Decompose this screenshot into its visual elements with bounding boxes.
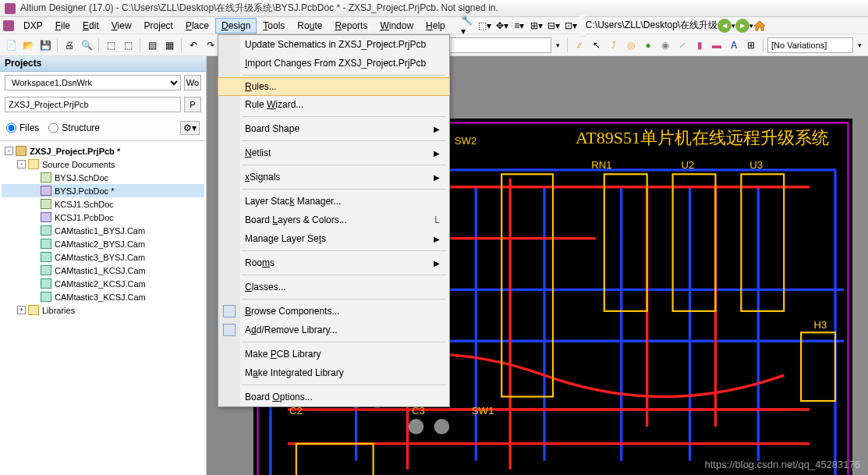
move-icon[interactable]: ✥▾ [495,19,509,33]
tree-item-label: Source Documents [42,160,115,169]
menu-item[interactable]: Make Integrated Library [218,363,449,382]
radio-files[interactable]: Files [6,120,39,136]
grid2-icon[interactable]: ⊟▾ [547,19,561,33]
tree-item[interactable]: BYSJ.PcbDoc * [2,184,204,197]
menu-file[interactable]: File [49,18,76,34]
menu-help[interactable]: Help [420,18,452,34]
menu-item-label: Browse Components... [245,306,339,317]
menu-window[interactable]: Window [374,18,420,34]
align-icon[interactable]: ≡▾ [512,19,526,33]
pad-icon[interactable]: ● [640,37,656,53]
undo-icon[interactable]: ↶ [186,37,201,53]
menu-design[interactable]: Design [215,18,257,34]
tree-item[interactable]: -ZXSJ_Project.PrjPcb * [2,144,204,158]
settings-icon[interactable]: ⚙▾ [180,121,200,135]
menu-item[interactable]: Import Changes From ZXSJ_Project.PrjPcb [218,54,449,73]
menu-shortcut: L [434,214,440,225]
preview-icon[interactable]: 🔍 [79,37,94,53]
menu-project[interactable]: Project [138,18,179,34]
menu-dxp[interactable]: DXP [17,18,49,34]
workspace-select[interactable]: Workspace1.DsnWrk [5,75,181,90]
grid3-icon[interactable]: ⊡▾ [564,19,578,33]
tree-item[interactable]: BYSJ.SchDoc [2,171,204,184]
select-icon[interactable]: ⬚▾ [478,19,492,33]
via-icon[interactable]: ◉ [657,37,673,53]
home-icon[interactable] [753,20,766,31]
tree-item-label: CAMtastic1_BYSJ.Cam [55,226,145,236]
menu-item[interactable]: Board Layers & Colors...L [218,211,449,229]
menu-item[interactable]: Browse Components... [218,302,449,321]
menu-item[interactable]: Update Schematics in ZXSJ_Project.PrjPcb [218,35,449,54]
tree-expand-icon[interactable]: + [17,306,26,314]
tree-expand-icon [30,186,38,195]
filter-icon[interactable]: 🔧▾ [461,19,475,33]
arc-icon[interactable]: ⟋ [675,37,690,53]
route-icon[interactable]: ⫽ [572,37,587,53]
tree-item[interactable]: CAMtastic2_KCSJ.Cam [2,277,204,290]
tree-item[interactable]: KCSJ1.SchDoc [2,197,204,211]
nav-forward-icon[interactable]: ► [735,19,749,33]
path-combo[interactable]: C:\Users\ZLL\Desktop\在线升级 [586,19,717,32]
to-icon[interactable]: ⬚ [120,37,136,53]
tree-item[interactable]: CAMtastic3_KCSJ.Cam [2,290,204,303]
menu-place[interactable]: Place [179,18,215,34]
tree-item[interactable]: CAMtastic1_KCSJ.Cam [2,264,204,277]
radio-structure[interactable]: Structure [48,120,100,136]
menu-separator [242,189,446,190]
menu-item[interactable]: Layer Stack Manager... [218,192,449,211]
menu-item[interactable]: Rooms▶ [218,253,449,272]
menu-item[interactable]: xSignals▶ [218,168,449,186]
nav-back-icon[interactable]: ◄ [717,19,732,33]
menu-route[interactable]: Route [291,18,328,34]
project-field[interactable] [5,97,181,112]
layers2-icon[interactable]: ▦ [161,37,177,53]
menu-edit[interactable]: Edit [76,18,105,34]
menu-tools[interactable]: Tools [257,18,291,34]
cursor-icon[interactable]: ↖ [589,37,604,53]
menu-item[interactable]: Classes... [218,278,449,296]
menu-item[interactable]: Board Options... [218,388,449,406]
menu-item-label: Make Integrated Library [245,367,344,378]
svg-text:U3: U3 [749,159,763,171]
fill-icon[interactable]: ▮ [692,37,707,53]
menu-view[interactable]: View [105,18,138,34]
menu-item[interactable]: Rules... [218,77,450,96]
save-icon[interactable]: 💾 [37,37,53,53]
tree-item[interactable]: KCSJ1.PcbDoc [2,211,204,224]
menu-item[interactable]: Netlist▶ [218,144,449,162]
tree-item[interactable]: -Source Documents [2,158,204,171]
menu-item[interactable]: Rule Wizard... [218,95,449,114]
project-button[interactable]: P [184,97,201,112]
menu-item[interactable]: Add/Remove Library... [218,321,449,339]
open-icon[interactable]: 📂 [20,37,36,53]
tree-expand-icon[interactable]: - [5,147,13,155]
menu-item[interactable]: Manage Layer Sets▶ [218,229,449,248]
tree-item-label: CAMtastic2_KCSJ.Cam [55,279,146,289]
new-icon[interactable]: 📄 [3,37,19,53]
menu-item[interactable]: Make PCB Library [218,345,449,363]
poly-icon[interactable]: ▬ [709,37,725,53]
print-icon[interactable]: 🖨 [62,37,77,53]
from-icon[interactable]: ⬚ [103,37,119,53]
menu-item-label: Import Changes From ZXSJ_Project.PrjPcb [245,58,426,69]
dxp-icon[interactable] [3,20,14,31]
tree-item[interactable]: CAMtastic2_BYSJ.Cam [2,237,204,250]
redo-icon[interactable]: ↷ [203,37,218,53]
trace-icon[interactable]: ⤴ [606,37,622,53]
tree-item[interactable]: CAMtastic3_BYSJ.Cam [2,250,204,264]
project-tree[interactable]: -ZXSJ_Project.PrjPcb *-Source DocumentsB… [0,140,206,475]
comp-icon[interactable]: ⊞ [743,37,759,53]
workspace-button[interactable]: Wo [184,75,201,90]
target-icon[interactable]: ◎ [623,37,639,53]
tree-item[interactable]: +Libraries [2,303,204,317]
tree-expand-icon[interactable]: - [17,160,26,168]
grid-icon[interactable]: ⊞▾ [530,19,544,33]
tree-item[interactable]: CAMtastic1_BYSJ.Cam [2,224,204,237]
variations-combo[interactable]: [No Variations] [767,37,853,53]
tree-item-label: KCSJ1.SchDoc [55,200,114,209]
layers-icon[interactable]: ▤ [144,37,160,53]
menu-item-label: Board Layers & Colors... [245,214,347,225]
menu-item[interactable]: Board Shape▶ [218,119,449,138]
text-icon[interactable]: A [726,37,742,53]
menu-reports[interactable]: Reports [328,18,374,34]
